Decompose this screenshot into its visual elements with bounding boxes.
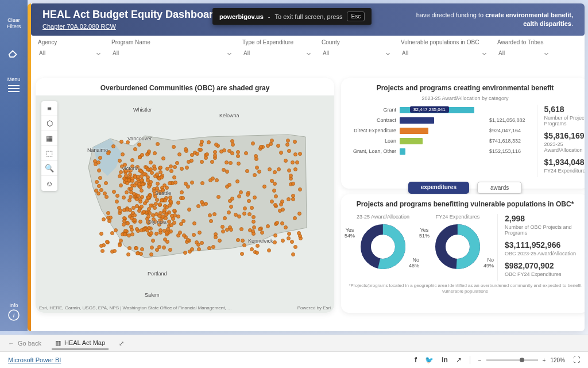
share-icon[interactable]: ↗: [456, 356, 462, 364]
fit-page-icon[interactable]: ⤢: [119, 340, 124, 347]
report-canvas: HEAL Act Budget Equity Dashboard Chapter…: [28, 3, 585, 331]
obc-card: Projects and programs benefitting vulner…: [341, 194, 585, 313]
go-back-button[interactable]: ←Go back: [8, 340, 41, 347]
filter-type-of-expenditure[interactable]: Type of ExpenditureAll: [242, 39, 311, 72]
map-select-icon[interactable]: ⬚: [41, 146, 57, 161]
filter-awarded-to-tribes[interactable]: Awarded to TribesAll: [497, 39, 549, 72]
powerbi-brand-link[interactable]: Microsoft Power BI: [8, 356, 61, 363]
svg-text:i: i: [13, 312, 15, 319]
twitter-icon[interactable]: 🐦: [425, 356, 434, 364]
page-navbar: ←Go back ▥HEAL Act Map ⤢: [0, 335, 588, 352]
env-subtitle: 2023-25 Award/Allocation by category: [348, 95, 582, 101]
menu-button[interactable]: Menu: [7, 76, 21, 97]
env-toggle: expenditures awards: [348, 182, 582, 194]
map-points: [59, 113, 311, 285]
chapter-link[interactable]: Chapter 70A.02.080 RCW: [42, 23, 116, 30]
left-rail: Clear Filters Menu Info i: [0, 0, 28, 331]
expenditures-pill[interactable]: expenditures: [408, 182, 469, 194]
accent-stripe: [28, 3, 31, 331]
zoom-control[interactable]: −+ 120%: [478, 357, 565, 363]
filter-bar: AgencyAllProgram NameAllType of Expendit…: [38, 39, 580, 72]
awards-pill[interactable]: awards: [477, 182, 522, 194]
filter-vulnerable-populations-in-obc[interactable]: Vulnerable populations in OBCAll: [401, 39, 487, 72]
donut-award: 23-25 Award/Allocation Yes 54% No 46%: [348, 214, 418, 281]
obc-stats: 2,998Number of OBC Projects and Programs…: [497, 214, 582, 281]
map-attribution: Esri, HERE, Garmin, USGS, EPA, NPS | Was…: [39, 305, 331, 310]
map-viewport[interactable]: ≡ ⬡ ▦ ⬚ 🔍 ☺ WhistlerKelownaVancouverNana…: [36, 95, 334, 313]
category-bars: Grant$2,447,235,041Contract$1,121,056,88…: [348, 105, 525, 177]
filter-county[interactable]: CountyAll: [322, 39, 390, 72]
donut-chart-1: [357, 221, 409, 273]
obc-footnote: *Projects/programs located in a geograph…: [348, 283, 582, 295]
map-basemap-icon[interactable]: ⬡: [41, 116, 57, 131]
map-user-icon[interactable]: ☺: [41, 176, 57, 191]
linkedin-icon[interactable]: in: [442, 356, 448, 364]
map-card: Overburdened Communities (OBC) are shade…: [36, 78, 334, 313]
map-search-icon[interactable]: 🔍: [41, 161, 57, 176]
clear-filters-button[interactable]: Clear Filters: [7, 17, 21, 30]
env-title: Projects and programs creating environme…: [348, 78, 582, 95]
esc-key: Esc: [347, 12, 365, 21]
donut-expenditures: FY24 Expenditures Yes 51% No 49%: [423, 214, 493, 281]
fullscreen-icon[interactable]: ⛶: [573, 356, 580, 364]
env-stats: 5,618Number of Projects and Programs$5,8…: [537, 105, 585, 177]
page-title: HEAL Act Budget Equity Dashboard: [42, 9, 219, 21]
map-title: Overburdened Communities (OBC) are shade…: [36, 78, 334, 95]
map-toolbar: ≡ ⬡ ▦ ⬚ 🔍 ☺: [41, 101, 57, 191]
fullscreen-notice: powerbigov.us- To exit full screen, pres…: [212, 8, 372, 25]
obc-title: Projects and programs benefitting vulner…: [348, 194, 582, 212]
bottom-bar: Microsoft Power BI f 🐦 in ↗ −+ 120% ⛶: [0, 352, 588, 368]
donut-chart-2: [432, 221, 483, 273]
info-icon: i: [7, 309, 20, 321]
info-button[interactable]: Info i: [7, 302, 20, 323]
facebook-icon[interactable]: f: [415, 356, 417, 364]
eraser-icon[interactable]: [7, 46, 20, 60]
map-grid-icon[interactable]: ▦: [41, 131, 57, 146]
env-benefit-card: Projects and programs creating environme…: [341, 78, 585, 189]
filter-program-name[interactable]: Program NameAll: [111, 39, 232, 72]
tab-heal-act-map[interactable]: ▥HEAL Act Map: [52, 338, 109, 350]
filter-agency[interactable]: AgencyAll: [38, 39, 101, 72]
map-layers-icon[interactable]: ≡: [41, 101, 57, 116]
hamburger-icon: [7, 82, 20, 95]
